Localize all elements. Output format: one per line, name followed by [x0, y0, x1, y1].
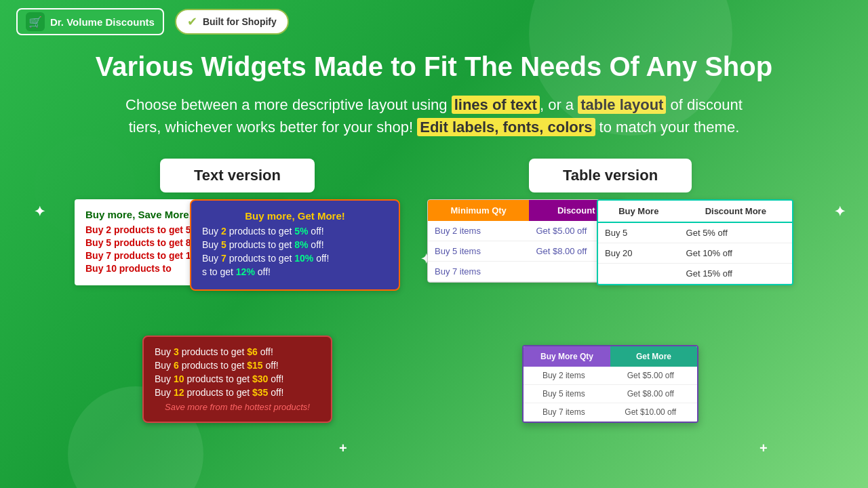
- table-row: Buy 7 items: [428, 262, 623, 282]
- table-widgets-container: Minimum Qty Discount Buy 2 items Get $5.…: [427, 199, 793, 423]
- table1-row1-qty: Buy 2 items: [428, 221, 529, 241]
- text-widget-purple: Buy more, Get More! Buy 2 products to ge…: [190, 199, 400, 291]
- table-row: Buy 5 Get 5% off: [598, 222, 792, 243]
- widget-dark-footer: Save more from the hottest products!: [155, 402, 320, 412]
- table-row: Buy 7 items Get $10.00 off: [524, 403, 697, 422]
- table3-row3-qty: Buy 7 items: [524, 403, 604, 422]
- app-name: Dr. Volume Discounts: [50, 16, 155, 28]
- table2-row2-qty: Buy 20: [598, 243, 679, 264]
- table-row: Buy 5 items Get $8.00 off: [428, 241, 623, 262]
- text-widget-dark: Buy 3 products to get $6 off! Buy 6 prod…: [142, 336, 332, 423]
- subtitle-line2-1: tiers, whichever works better for your s…: [129, 119, 418, 136]
- shopify-icon: ✔: [187, 14, 197, 29]
- table-version-label: Table version: [529, 159, 692, 192]
- table3-row1-qty: Buy 2 items: [524, 367, 604, 385]
- text-version-label: Text version: [160, 159, 315, 192]
- table-row: Buy 2 items Get $5.00 off: [524, 367, 697, 385]
- shopify-badge: ✔ Built for Shopify: [175, 9, 289, 35]
- table3-header-row: Buy More Qty Get More: [524, 346, 697, 367]
- table3-header-get: Get More: [610, 346, 697, 367]
- table-row: Buy 5 items Get $8.00 off: [524, 385, 697, 403]
- table-row: Get 15% off: [598, 264, 792, 284]
- table1-header-qty: Minimum Qty: [428, 200, 529, 221]
- table2-row1-qty: Buy 5: [598, 222, 679, 243]
- table3-header-qty: Buy More Qty: [524, 346, 610, 367]
- subtitle-line2-2: to match your theme.: [595, 119, 740, 136]
- highlight-table-layout: table layout: [578, 96, 666, 114]
- table-widget-3: Buy More Qty Get More Buy 2 items Get $5…: [522, 345, 698, 423]
- text-version-section: Text version Buy more, Save More! Buy 2 …: [75, 159, 400, 423]
- table3-row2-qty: Buy 5 items: [524, 385, 604, 403]
- sparkle-4: +: [339, 441, 347, 456]
- table2-header-discountmore: Discount More: [679, 201, 792, 222]
- table-widget-2: Buy More Discount More Buy 5 Get 5% off …: [597, 199, 793, 285]
- widgets-area: Text version Buy more, Save More! Buy 2 …: [0, 152, 868, 430]
- table3-row3-get: Get $10.00 off: [604, 403, 697, 422]
- table1-row3-qty: Buy 7 items: [428, 262, 529, 282]
- subtitle-text-2: , or a: [540, 96, 578, 113]
- tier-w2-1: Buy 2 products to get 5% off!: [202, 226, 388, 237]
- table2-row3-qty: [598, 264, 679, 284]
- table2-row3-discount: Get 15% off: [679, 264, 792, 284]
- highlight-lines-of-text: lines of text: [452, 96, 540, 114]
- tier-w2-3: Buy 7 products to get 10% off!: [202, 253, 388, 264]
- table-widget-1: Minimum Qty Discount Buy 2 items Get $5.…: [427, 199, 624, 283]
- hero-section: Various Widgets Made to Fit The Needs Of…: [0, 43, 868, 152]
- table3-row2-get: Get $8.00 off: [604, 385, 697, 403]
- table-row: Buy 20 Get 10% off: [598, 243, 792, 264]
- highlight-edit: Edit labels, fonts, colors: [417, 118, 595, 136]
- table1-row2-qty: Buy 5 items: [428, 241, 529, 262]
- table-row: Buy 2 items Get $5.00 off: [428, 221, 623, 241]
- subtitle-text-1: Choose between a more descriptive layout…: [125, 96, 452, 113]
- logo-icon: 🛒: [26, 12, 45, 31]
- shopify-label: Built for Shopify: [203, 16, 277, 27]
- tier-w3-4: Buy 12 products to get $35 off!: [155, 387, 320, 398]
- sparkle-5: +: [760, 441, 768, 456]
- table2-row2-discount: Get 10% off: [679, 243, 792, 264]
- tier-w3-1: Buy 3 products to get $6 off!: [155, 346, 320, 357]
- text-widgets-container: Buy more, Save More! Buy 2 products to g…: [75, 199, 400, 423]
- app-header: 🛒 Dr. Volume Discounts ✔ Built for Shopi…: [0, 0, 868, 43]
- logo-badge: 🛒 Dr. Volume Discounts: [16, 8, 164, 35]
- widget-purple-header: Buy more, Get More!: [202, 210, 388, 222]
- tier-w3-2: Buy 6 products to get $15 off!: [155, 360, 320, 371]
- table2-row1-discount: Get 5% off: [679, 222, 792, 243]
- table-version-section: Table version Minimum Qty Discount Buy 2…: [427, 159, 793, 423]
- tier-w2-2: Buy 5 products to get 8% off!: [202, 239, 388, 250]
- tier-w3-3: Buy 10 products to get $30 off!: [155, 373, 320, 384]
- hero-subtitle: Choose between a more descriptive layout…: [54, 94, 814, 138]
- subtitle-text-3: of discount: [666, 96, 743, 113]
- table2-header-buymore: Buy More: [598, 201, 679, 222]
- hero-title: Various Widgets Made to Fit The Needs Of…: [54, 50, 814, 83]
- table3-row1-get: Get $5.00 off: [604, 367, 697, 385]
- tier-w2-4: s to get 12% off!: [202, 266, 388, 277]
